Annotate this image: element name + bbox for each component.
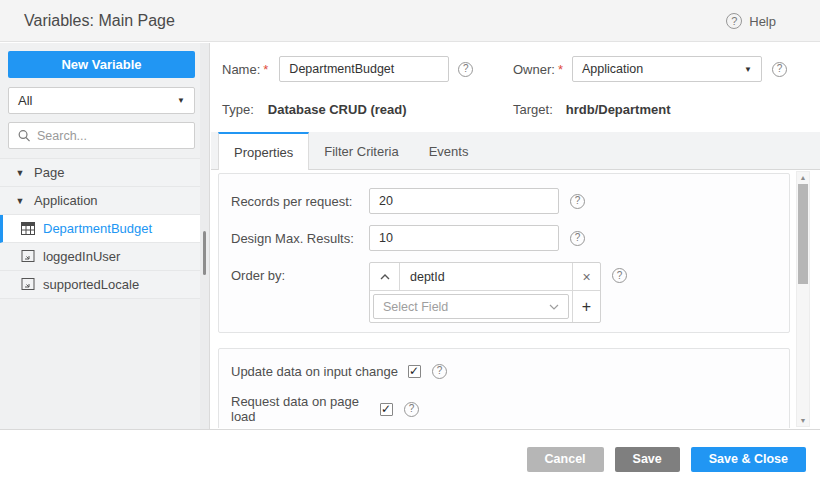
required-asterisk: * (263, 62, 268, 77)
type-label: Type: (222, 102, 254, 117)
order-by-widget: deptId × Select Field + (369, 262, 601, 323)
tab-bar: Properties Filter Criteria Events (211, 132, 820, 170)
search-icon (17, 129, 31, 142)
update-on-input-row: Update data on input change ? (231, 361, 777, 381)
chevron-up-icon (380, 274, 390, 280)
scroll-up-icon[interactable]: ▲ (797, 174, 809, 181)
save-and-close-button[interactable]: Save & Close (691, 447, 806, 472)
database-crud-variable-icon (21, 222, 35, 235)
search-input[interactable] (37, 129, 186, 143)
dialog-header: Variables: Main Page ? Help (0, 0, 820, 42)
order-by-label: Order by: (231, 262, 369, 283)
design-max-results-label: Design Max. Results: (231, 231, 369, 246)
order-by-add-row: Select Field + (370, 291, 600, 322)
name-input[interactable] (279, 56, 449, 82)
help-link[interactable]: ? Help (726, 0, 776, 42)
properties-pane: Records per request: ? Design Max. Resul… (211, 171, 801, 428)
behavior-panel: Update data on input change ? Request da… (218, 348, 790, 428)
remove-order-field-button[interactable]: × (572, 263, 600, 290)
owner-field-row: Owner:* Application ▼ ? (513, 56, 787, 82)
name-field-row: Name:* ? (222, 56, 473, 82)
dialog-footer: Cancel Save Save & Close (0, 429, 820, 488)
design-max-results-row: Design Max. Results: ? (231, 225, 777, 251)
variable-tree: ▼ Page ▼ Application DepartmentBudget lo… (0, 158, 209, 299)
records-per-request-label: Records per request: (231, 194, 369, 209)
tab-events[interactable]: Events (414, 132, 484, 169)
tree-item-loggedinuser[interactable]: loggedInUser (0, 243, 209, 271)
chevron-down-icon: ▼ (177, 96, 185, 105)
cancel-button[interactable]: Cancel (527, 447, 604, 472)
help-icon: ? (726, 13, 742, 29)
owner-value: Application (582, 62, 744, 76)
order-by-help-icon[interactable]: ? (612, 268, 627, 283)
records-help-icon[interactable]: ? (570, 194, 585, 209)
tab-filter-criteria[interactable]: Filter Criteria (309, 132, 413, 169)
chevron-down-icon (549, 304, 559, 310)
select-field-placeholder: Select Field (383, 300, 549, 314)
variable-filter-value: All (18, 93, 177, 108)
add-order-field-button[interactable]: + (572, 291, 600, 322)
tree-group-label: Application (34, 193, 98, 208)
update-on-input-checkbox[interactable] (408, 365, 421, 378)
request-on-load-help-icon[interactable]: ? (404, 402, 419, 417)
request-on-load-checkbox[interactable] (380, 403, 393, 416)
tree-item-label: loggedInUser (43, 249, 120, 264)
order-by-field-value[interactable]: deptId (400, 263, 572, 290)
order-by-entry-row: deptId × (370, 263, 600, 291)
scroll-down-icon[interactable]: ▼ (797, 417, 809, 424)
tree-item-label: supportedLocale (43, 277, 139, 292)
sidebar-scrollbar[interactable] (200, 43, 209, 429)
tree-item-supportedlocale[interactable]: supportedLocale (0, 271, 209, 299)
name-label: Name:* (222, 62, 268, 77)
tree-item-departmentbudget[interactable]: DepartmentBudget (0, 215, 209, 243)
target-row: Target: hrdb/Department (513, 99, 670, 119)
owner-label: Owner:* (513, 62, 563, 77)
tree-group-label: Page (34, 165, 64, 180)
type-value: Database CRUD (read) (268, 102, 407, 117)
new-variable-button[interactable]: New Variable (8, 51, 195, 78)
static-variable-icon (21, 278, 35, 291)
static-variable-icon (21, 250, 35, 263)
content-scrollbar[interactable]: ▲ ▼ (796, 171, 810, 427)
owner-select[interactable]: Application ▼ (572, 56, 762, 82)
order-by-row: Order by: deptId × Select Field (231, 262, 777, 323)
chevron-down-icon: ▼ (744, 65, 752, 74)
name-help-icon[interactable]: ? (458, 62, 473, 77)
update-on-input-help-icon[interactable]: ? (432, 364, 447, 379)
design-max-results-input[interactable] (369, 225, 559, 251)
tree-group-page[interactable]: ▼ Page (0, 159, 209, 187)
help-label: Help (749, 14, 776, 29)
records-per-request-row: Records per request: ? (231, 188, 777, 214)
save-button[interactable]: Save (615, 447, 680, 472)
records-per-request-input[interactable] (369, 188, 559, 214)
caret-down-icon: ▼ (14, 196, 26, 206)
tab-properties[interactable]: Properties (218, 132, 309, 170)
close-icon: × (582, 269, 590, 285)
plus-icon: + (582, 298, 591, 316)
type-row: Type: Database CRUD (read) (222, 99, 407, 119)
tree-item-label: DepartmentBudget (43, 221, 152, 236)
dialog-title: Variables: Main Page (24, 0, 175, 42)
update-on-input-label: Update data on input change (231, 364, 398, 379)
owner-help-icon[interactable]: ? (772, 62, 787, 77)
sidebar-scrollbar-thumb[interactable] (203, 231, 206, 275)
request-on-load-label: Request data on page load (231, 394, 370, 424)
request-on-load-row: Request data on page load ? (231, 399, 777, 419)
design-max-help-icon[interactable]: ? (570, 231, 585, 246)
content-scrollbar-thumb[interactable] (798, 184, 808, 284)
select-field-dropdown[interactable]: Select Field (373, 294, 569, 319)
data-settings-panel: Records per request: ? Design Max. Resul… (218, 173, 790, 333)
search-box (8, 122, 195, 149)
tree-group-application[interactable]: ▼ Application (0, 187, 209, 215)
caret-down-icon: ▼ (14, 168, 26, 178)
sidebar: New Variable All ▼ ▼ Page ▼ Application … (0, 43, 210, 429)
target-value: hrdb/Department (566, 102, 671, 117)
sort-ascending-button[interactable] (370, 263, 400, 290)
target-label: Target: (513, 102, 553, 117)
required-asterisk: * (558, 62, 563, 77)
variable-filter-select[interactable]: All ▼ (8, 87, 195, 114)
variable-detail-panel: Name:* ? Owner:* Application ▼ ? Type: D… (211, 43, 820, 429)
